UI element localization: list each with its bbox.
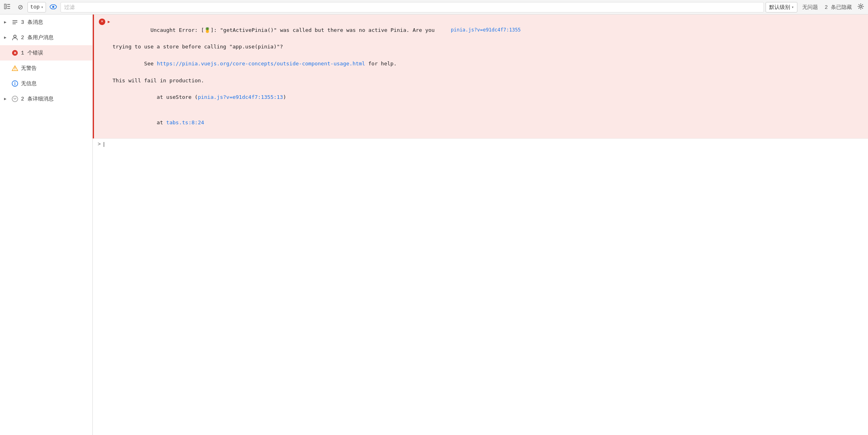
error-stack-line2: at tabs.ts:8:24 — [113, 110, 863, 135]
sidebar-item-errors[interactable]: ✕ 1 个错误 — [0, 45, 92, 61]
level-arrow-icon: ▾ — [791, 5, 794, 10]
expand-arrow-icon: ▶ — [4, 20, 9, 25]
warnings-label: 无警告 — [21, 65, 37, 72]
context-label: top — [30, 4, 40, 10]
sidebar: ▶ 3 条消息 ▶ 2 条用户消息 — [0, 15, 93, 435]
error-message-row: ✕ ▶ Uncaught Error: [🍍]: "getActivePinia… — [93, 15, 868, 138]
warning-icon — [11, 65, 19, 72]
messages-label: 3 条消息 — [21, 19, 43, 26]
svg-text:✕: ✕ — [13, 51, 17, 55]
user-icon — [11, 34, 19, 41]
error-header: Uncaught Error: [🍍]: "getActivePinia()" … — [113, 18, 863, 43]
svg-point-15 — [15, 69, 15, 70]
error-main-line: Uncaught Error: [🍍]: "getActivePinia()" … — [113, 18, 521, 43]
eye-button[interactable] — [48, 2, 59, 13]
verbose-label: 2 条详细消息 — [21, 95, 54, 102]
error-stack-link1[interactable]: pinia.js?v=e91dc4f7:1355:13 — [198, 94, 283, 100]
error-file-link[interactable]: pinia.js?v=e91dc4f7:1355 — [451, 26, 521, 34]
error-stack-link2[interactable]: tabs.ts:8:24 — [166, 119, 204, 125]
console-prompt-row: > | — [93, 138, 868, 150]
user-messages-label: 2 条用户消息 — [21, 34, 54, 41]
prompt-arrow-icon: > — [98, 141, 101, 147]
error-stack-line1: at useStore (pinia.js?v=e91dc4f7:1355:13… — [113, 85, 863, 110]
error-content: Uncaught Error: [🍍]: "getActivePinia()" … — [113, 18, 863, 135]
error-production-line: This will fail in production. — [113, 77, 863, 85]
error-see-line: See https://pinia.vuejs.org/core-concept… — [113, 51, 863, 76]
sidebar-toggle-button[interactable] — [2, 2, 13, 13]
errors-label: 1 个错误 — [21, 49, 43, 56]
svg-point-18 — [15, 82, 15, 83]
toolbar: ⊘ top ▾ 默认级别 ▾ 无问题 2 条已隐藏 — [0, 0, 868, 15]
info-icon — [11, 80, 19, 87]
level-label: 默认级别 — [769, 4, 790, 11]
level-selector[interactable]: 默认级别 ▾ — [766, 2, 797, 13]
error-help-link[interactable]: https://pinia.vuejs.org/core-concepts/ou… — [157, 61, 365, 67]
settings-icon — [858, 3, 864, 11]
filter-input[interactable] — [61, 2, 764, 13]
main-area: ▶ 3 条消息 ▶ 2 条用户消息 — [0, 15, 868, 435]
no-entry-icon: ⊘ — [18, 3, 23, 11]
prompt-cursor[interactable]: | — [102, 141, 106, 147]
content-area: ✕ ▶ Uncaught Error: [🍍]: "getActivePinia… — [93, 15, 868, 435]
sidebar-item-verbose[interactable]: ▶ 2 条详细消息 — [0, 91, 92, 107]
expand-arrow-icon-user: ▶ — [4, 35, 9, 40]
context-arrow-icon: ▾ — [41, 5, 43, 10]
verbose-icon — [11, 95, 19, 102]
sidebar-item-messages[interactable]: ▶ 3 条消息 — [0, 15, 92, 30]
info-label: 无信息 — [21, 80, 37, 87]
expand-arrow-icon-verbose: ▶ — [4, 96, 9, 101]
error-icon: ✕ — [11, 49, 19, 56]
svg-point-5 — [52, 6, 54, 8]
hidden-count-label: 2 条已隐藏 — [823, 4, 853, 11]
svg-rect-0 — [4, 4, 6, 9]
no-entry-button[interactable]: ⊘ — [15, 2, 26, 13]
sidebar-item-info[interactable]: 无信息 — [0, 76, 92, 91]
settings-button[interactable] — [855, 2, 866, 13]
svg-point-6 — [860, 6, 862, 8]
no-issues-label: 无问题 — [799, 4, 821, 11]
context-selector[interactable]: top ▾ — [27, 2, 46, 13]
messages-icon — [11, 19, 19, 26]
sidebar-item-warnings[interactable]: 无警告 — [0, 61, 92, 76]
error-line2: trying to use a store before calling "ap… — [113, 43, 863, 51]
svg-point-10 — [14, 35, 16, 38]
sidebar-toggle-icon — [4, 4, 10, 10]
error-expand-arrow-icon[interactable]: ▶ — [108, 19, 110, 25]
error-circle-icon: ✕ — [99, 19, 105, 25]
sidebar-item-user-messages[interactable]: ▶ 2 条用户消息 — [0, 30, 92, 45]
eye-icon — [50, 4, 57, 11]
